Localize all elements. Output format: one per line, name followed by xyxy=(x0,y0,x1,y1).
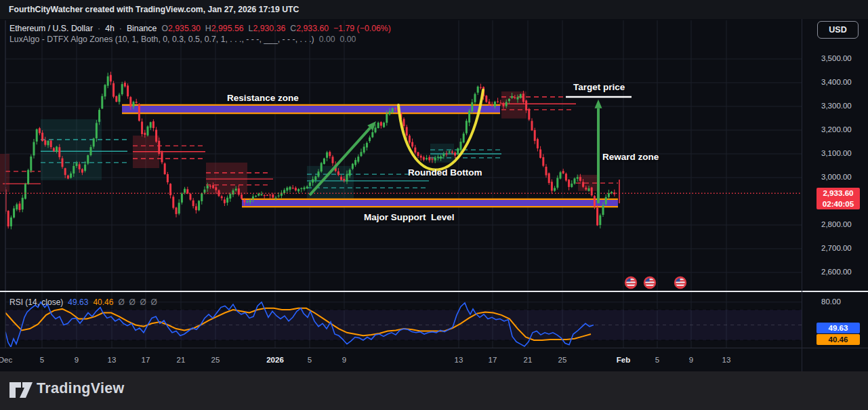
time-tick-5: 5 xyxy=(40,356,44,364)
tradingview-chart-window: FourthCityWatcher created with TradingVi… xyxy=(0,0,868,410)
rsi-value-signal: 40.46 xyxy=(93,298,113,307)
time-tick-21: 21 xyxy=(524,356,533,364)
annotation-major-support: Major Support Level xyxy=(364,212,455,222)
rsi-main-badge: 49.63 xyxy=(817,323,860,333)
rsi-legend[interactable]: RSI (14, close) 49.63 40.46 Ø Ø Ø Ø xyxy=(9,298,157,307)
time-axis[interactable]: Dec591317212520265913172125Feb5913 xyxy=(0,348,868,371)
time-tick-13: 13 xyxy=(108,356,117,364)
ohlc-high: H2,995.56 xyxy=(205,24,244,33)
us-flag-event-icon xyxy=(625,277,636,288)
time-tick-17: 17 xyxy=(489,356,497,364)
tradingview-logo-icon xyxy=(8,380,35,401)
rsi-value-main: 49.63 xyxy=(68,298,88,307)
price-label-2600: 2,600.00 xyxy=(821,268,852,276)
time-tick-5: 5 xyxy=(308,356,312,364)
timeframe-label[interactable]: 4h xyxy=(105,24,115,33)
rsi-signal-badge: 40.46 xyxy=(817,334,860,345)
time-tick-25: 25 xyxy=(558,356,567,364)
exchange-label: Binance xyxy=(127,24,157,33)
legend-separator: · xyxy=(119,24,122,33)
ohlc-close: C2,933.60 xyxy=(290,24,329,33)
time-tick-9: 9 xyxy=(342,356,346,364)
rsi-scale-label: 80.00 xyxy=(821,298,841,306)
price-label-3200: 3,200.00 xyxy=(821,125,852,134)
time-tick-5: 5 xyxy=(655,356,659,364)
time-tick-17: 17 xyxy=(142,356,150,364)
time-tick-9: 9 xyxy=(689,356,693,364)
top-watermark-bar: FourthCityWatcher created with TradingVi… xyxy=(0,0,868,19)
price-label-2700: 2,700.00 xyxy=(821,244,852,252)
price-label-3000: 3,000.00 xyxy=(821,173,852,181)
indicator-title[interactable]: LuxAlgo - DTFX Algo Zones (10, 1, Both, … xyxy=(9,35,314,44)
symbol-legend[interactable]: Ethereum / U.S. Dollar · 4h · Binance O2… xyxy=(9,24,391,33)
rsi-title[interactable]: RSI (14, close) xyxy=(9,298,63,307)
price-label-2800: 2,800.00 xyxy=(821,220,852,228)
annotation-reward-zone: Reward zone xyxy=(602,152,659,162)
us-flag-event-icon xyxy=(644,277,655,288)
last-price-value: 2,933.60 xyxy=(817,188,860,199)
last-price-badge: 2,933.60 02:40:05 xyxy=(817,188,860,209)
ohlc-open: O2,935.30 xyxy=(161,24,200,33)
annotation-rounded-bottom: Rounded Bottom xyxy=(408,167,482,178)
time-tick-Feb: Feb xyxy=(617,356,630,364)
symbol-name[interactable]: Ethereum / U.S. Dollar xyxy=(9,24,93,33)
legend-separator: · xyxy=(98,24,100,33)
time-tick-25: 25 xyxy=(211,356,220,364)
indicator-legend[interactable]: LuxAlgo - DTFX Algo Zones (10, 1, Both, … xyxy=(9,35,356,44)
rsi-empty-values: Ø Ø Ø Ø xyxy=(118,298,157,307)
price-axis[interactable]: USD 2,933.60 02:40:05 80.00 49.63 40.46 … xyxy=(802,0,868,371)
footer-bar: TradingView xyxy=(0,371,868,410)
time-tick-2026: 2026 xyxy=(266,356,284,364)
price-label-3500: 3,500.00 xyxy=(821,54,852,62)
price-label-3400: 3,400.00 xyxy=(821,78,852,86)
price-label-3300: 3,300.00 xyxy=(821,102,852,110)
tradingview-brand-text: TradingView xyxy=(37,380,125,397)
annotation-target-price: Target price xyxy=(573,82,625,92)
pane-separator[interactable] xyxy=(0,291,868,292)
watermark-text: FourthCityWatcher created with TradingVi… xyxy=(9,5,299,14)
price-change: −1.79 (−0.06%) xyxy=(333,24,391,33)
time-tick-Dec: Dec xyxy=(0,356,12,364)
time-tick-9: 9 xyxy=(75,356,79,364)
time-tick-13: 13 xyxy=(455,356,463,364)
us-flag-event-icon xyxy=(675,277,686,288)
price-label-3100: 3,100.00 xyxy=(821,149,852,157)
time-tick-13: 13 xyxy=(722,356,731,364)
bar-countdown: 02:40:05 xyxy=(817,199,860,209)
indicator-values: 0.00 0.00 xyxy=(319,35,356,44)
annotation-resistance-zone: Resistance zone xyxy=(227,93,299,103)
currency-toggle-button[interactable]: USD xyxy=(817,21,859,39)
time-tick-21: 21 xyxy=(177,356,186,364)
ohlc-low: L2,930.36 xyxy=(249,24,286,33)
